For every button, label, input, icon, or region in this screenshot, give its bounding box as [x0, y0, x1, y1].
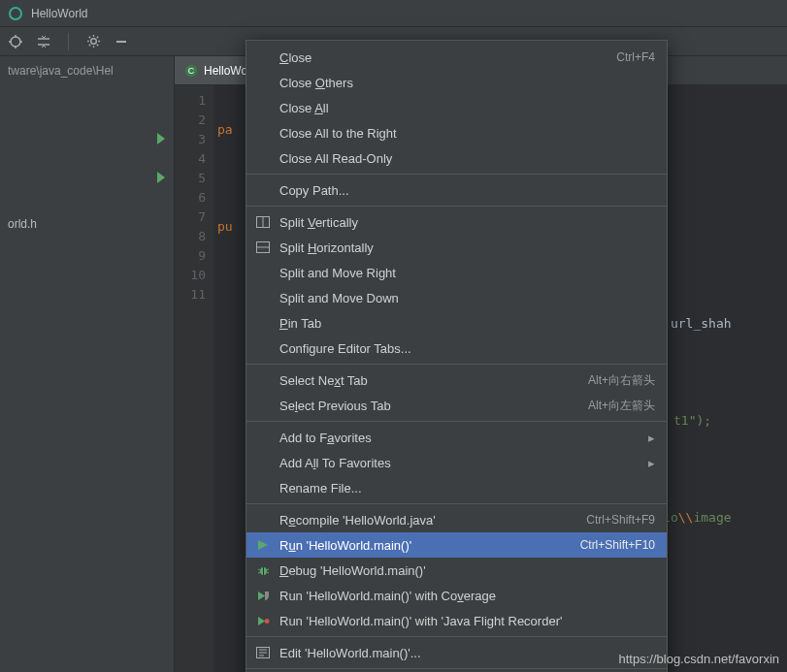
project-sidebar[interactable]: tware\java_code\Hel orld.h	[0, 56, 175, 672]
menu-close-all-right[interactable]: Close All to the Right	[246, 120, 667, 145]
svg-line-30	[258, 572, 260, 573]
line-number: 1	[175, 91, 206, 111]
menu-close-all-readonly[interactable]: Close All Read-Only	[246, 145, 667, 171]
run-icon	[254, 539, 272, 551]
edit-config-icon	[254, 647, 272, 658]
menu-run-flight-recorder[interactable]: Run 'HelloWorld.main()' with 'Java Fligh…	[246, 608, 667, 633]
svg-line-14	[97, 45, 98, 46]
submenu-arrow-icon: ▸	[648, 431, 655, 445]
svg-line-29	[267, 569, 269, 570]
coverage-icon	[254, 590, 272, 602]
svg-marker-33	[258, 617, 265, 625]
line-number: 4	[175, 149, 206, 169]
flight-recorder-icon	[254, 615, 272, 627]
run-gutter-icon[interactable]	[157, 133, 165, 144]
project-path: tware\java_code\Hel	[4, 62, 170, 80]
titlebar: HelloWorld	[0, 0, 787, 27]
svg-marker-32	[258, 592, 265, 600]
line-number: 10	[175, 266, 206, 285]
svg-point-8	[91, 39, 97, 45]
svg-line-28	[258, 569, 260, 570]
svg-line-16	[97, 37, 98, 38]
gear-icon[interactable]	[86, 34, 101, 48]
line-number: 9	[175, 246, 206, 266]
menu-close[interactable]: CloseCtrl+F4	[246, 45, 667, 70]
menu-split-horizontally[interactable]: Split Horizontally	[246, 235, 667, 260]
menu-close-others[interactable]: Close Others	[246, 70, 667, 95]
menu-split-vertically[interactable]: Split Vertically	[246, 209, 667, 235]
watermark: https://blog.csdn.net/favorxin	[619, 652, 779, 666]
line-number: 3	[175, 130, 206, 149]
line-number: 7	[175, 208, 206, 227]
menu-split-move-right[interactable]: Split and Move Right	[246, 260, 667, 285]
line-number: 11	[175, 285, 206, 304]
menu-select-prev-tab[interactable]: Select Previous TabAlt+向左箭头	[246, 393, 667, 418]
menu-edit-run-config[interactable]: Edit 'HelloWorld.main()'...	[246, 640, 667, 665]
window-title: HelloWorld	[31, 7, 87, 20]
line-number: 6	[175, 188, 206, 208]
menu-add-favorites[interactable]: Add to Favorites▸	[246, 425, 667, 450]
aim-icon[interactable]	[8, 34, 23, 49]
menu-configure-tabs[interactable]: Configure Editor Tabs...	[246, 336, 667, 361]
split-horizontal-icon	[254, 241, 272, 253]
bug-icon	[254, 564, 272, 577]
menu-close-all[interactable]: Close All	[246, 95, 667, 120]
split-vertical-icon	[254, 216, 272, 228]
svg-line-15	[89, 45, 90, 46]
svg-line-31	[267, 572, 269, 573]
hide-icon[interactable]	[115, 35, 128, 48]
run-gutter-icon[interactable]	[157, 172, 165, 183]
editor-gutter[interactable]: 1 2 3 4 5 6 7 8 9 10 11	[175, 85, 213, 672]
tab-context-menu: CloseCtrl+F4 Close Others Close All Clos…	[246, 40, 668, 672]
toolbar-separator	[68, 33, 69, 50]
svg-point-1	[11, 37, 20, 47]
line-number: 8	[175, 227, 206, 246]
menu-select-next-tab[interactable]: Select Next TabAlt+向右箭头	[246, 368, 667, 393]
line-number: 2	[175, 111, 206, 130]
svg-point-34	[264, 619, 269, 624]
menu-split-move-down[interactable]: Split and Move Down	[246, 285, 667, 310]
menu-copy-path[interactable]: Copy Path...	[246, 177, 667, 203]
tree-item[interactable]: orld.h	[4, 215, 170, 233]
line-number: 5	[175, 169, 206, 188]
menu-debug[interactable]: Debug 'HelloWorld.main()'	[246, 558, 667, 583]
collapse-icon[interactable]	[37, 35, 50, 48]
menu-add-all-favorites[interactable]: Add All To Favorites▸	[246, 450, 667, 475]
menu-run[interactable]: Run 'HelloWorld.main()'Ctrl+Shift+F10	[246, 532, 667, 558]
app-icon	[8, 6, 23, 21]
svg-text:C: C	[188, 66, 195, 76]
svg-point-0	[10, 8, 21, 19]
menu-recompile[interactable]: Recompile 'HelloWorld.java'Ctrl+Shift+F9	[246, 507, 667, 532]
menu-run-coverage[interactable]: Run 'HelloWorld.main()' with Coverage	[246, 583, 667, 608]
menu-pin-tab[interactable]: Pin Tab	[246, 310, 667, 336]
svg-line-13	[89, 37, 90, 38]
menu-rename-file[interactable]: Rename File...	[246, 475, 667, 500]
svg-marker-25	[258, 540, 268, 550]
class-icon: C	[184, 64, 198, 78]
submenu-arrow-icon: ▸	[648, 456, 655, 470]
